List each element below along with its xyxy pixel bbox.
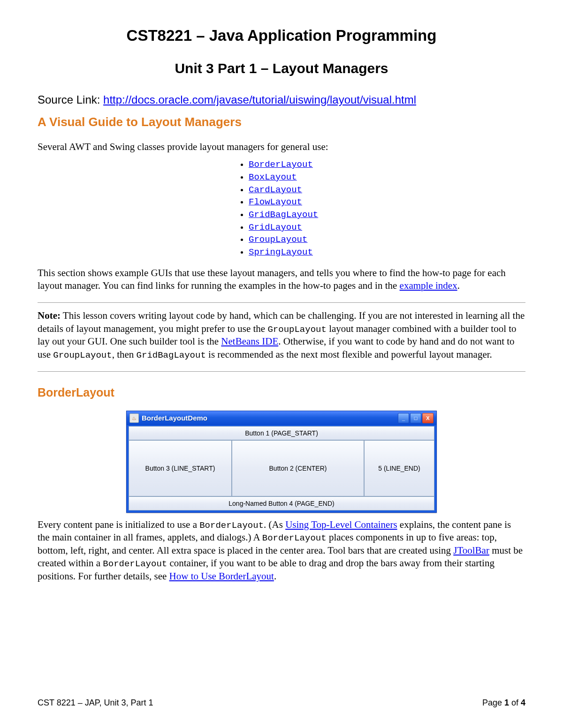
text-span: . xyxy=(274,570,276,582)
list-item: GridBagLayout xyxy=(249,209,525,221)
button-line-end[interactable]: 5 (LINE_END) xyxy=(364,440,434,496)
minimize-button[interactable]: _ xyxy=(398,413,409,423)
maximize-button[interactable]: □ xyxy=(410,413,421,423)
code-grouplayout-1: GroupLayout xyxy=(267,324,326,335)
jtoolbar-link[interactable]: JToolBar xyxy=(453,545,489,556)
page-footer: CST 8221 – JAP, Unit 3, Part 1 Page 1 of… xyxy=(38,698,525,708)
button-page-end[interactable]: Long-Named Button 4 (PAGE_END) xyxy=(129,496,434,510)
example-index-link[interactable]: example index xyxy=(400,280,457,291)
code-gridbaglayout: GridBagLayout xyxy=(137,350,206,360)
borderlayout-row-mid: Button 3 (LINE_START) Button 2 (CENTER) … xyxy=(129,440,434,496)
page-subtitle: Unit 3 Part 1 – Layout Managers xyxy=(38,59,525,77)
layout-link-flowlayout[interactable]: FlowLayout xyxy=(249,197,302,207)
text-span: is recommended as the next most flexible… xyxy=(206,349,492,360)
text-span: , then xyxy=(112,349,137,360)
borderlayout-heading: BorderLayout xyxy=(38,385,525,400)
window-client-area: Button 1 (PAGE_START) Button 3 (LINE_STA… xyxy=(127,425,436,512)
java-icon: ♨ xyxy=(129,413,139,423)
layout-link-grouplayout[interactable]: GroupLayout xyxy=(249,234,307,245)
list-item: BoxLayout xyxy=(249,172,525,183)
list-item: SpringLayout xyxy=(249,247,525,258)
window-controls: _ □ X xyxy=(398,413,434,423)
top-level-containers-link[interactable]: Using Top-Level Containers xyxy=(285,519,397,530)
code-borderlayout-3: BorderLayout xyxy=(103,559,167,569)
note-label: Note: xyxy=(38,310,61,321)
borderlayout-description: Every content pane is initialized to use… xyxy=(38,518,525,583)
code-grouplayout-2: GroupLayout xyxy=(53,350,112,360)
code-borderlayout-2: BorderLayout xyxy=(262,533,327,543)
list-item: BorderLayout xyxy=(249,159,525,171)
page-main-title: CST8221 – Java Application Programming xyxy=(38,26,525,46)
layout-link-cardlayout[interactable]: CardLayout xyxy=(249,185,302,195)
layout-link-boxlayout[interactable]: BoxLayout xyxy=(249,172,297,182)
visual-guide-heading: A Visual Guide to Layout Managers xyxy=(38,114,525,130)
button-center[interactable]: Button 2 (CENTER) xyxy=(232,440,364,496)
text-span: Every content pane is initialized to use… xyxy=(38,519,199,530)
netbeans-ide-link[interactable]: NetBeans IDE xyxy=(221,336,278,347)
divider xyxy=(38,371,525,372)
source-line: Source Link: http://docs.oracle.com/java… xyxy=(38,92,525,107)
layout-link-springlayout[interactable]: SpringLayout xyxy=(249,247,313,257)
visual-guide-para2: This section shows example GUIs that use… xyxy=(38,267,525,293)
borderlayout-demo-figure: ♨ BorderLayoutDemo _ □ X Button 1 (PAGE_… xyxy=(38,411,525,513)
note-paragraph: Note: This lesson covers writing layout … xyxy=(38,309,525,361)
list-item: GridLayout xyxy=(249,222,525,233)
window-title: BorderLayoutDemo xyxy=(142,413,398,423)
layout-link-borderlayout[interactable]: BorderLayout xyxy=(249,159,313,170)
list-item: GroupLayout xyxy=(249,234,525,246)
visual-guide-intro: Several AWT and Swing classes provide la… xyxy=(38,141,525,153)
close-button[interactable]: X xyxy=(422,413,434,423)
howto-borderlayout-link[interactable]: How to Use BorderLayout xyxy=(169,570,274,582)
button-page-start[interactable]: Button 1 (PAGE_START) xyxy=(129,426,434,440)
borderlayout-row-bottom: Long-Named Button 4 (PAGE_END) xyxy=(129,496,434,510)
text-span: . xyxy=(457,280,460,291)
layout-manager-list: BorderLayout BoxLayout CardLayout FlowLa… xyxy=(38,159,525,258)
borderlayout-row-top: Button 1 (PAGE_START) xyxy=(129,426,434,440)
footer-page-total: 4 xyxy=(521,698,525,707)
footer-page-now: 1 xyxy=(504,698,509,707)
code-borderlayout-1: BorderLayout xyxy=(199,520,264,531)
footer-page-label: Page xyxy=(482,698,504,707)
footer-right: Page 1 of 4 xyxy=(482,698,525,708)
layout-link-gridbaglayout[interactable]: GridBagLayout xyxy=(249,210,318,220)
source-label: Source Link: xyxy=(38,93,103,106)
footer-left: CST 8221 – JAP, Unit 3, Part 1 xyxy=(38,698,153,708)
window-titlebar: ♨ BorderLayoutDemo _ □ X xyxy=(127,411,436,425)
footer-page-mid: of xyxy=(509,698,521,707)
button-line-start[interactable]: Button 3 (LINE_START) xyxy=(129,440,232,496)
layout-link-gridlayout[interactable]: GridLayout xyxy=(249,222,302,233)
demo-window: ♨ BorderLayoutDemo _ □ X Button 1 (PAGE_… xyxy=(126,411,437,513)
list-item: CardLayout xyxy=(249,184,525,196)
list-item: FlowLayout xyxy=(249,196,525,208)
divider xyxy=(38,302,525,303)
text-span: . (As xyxy=(264,519,285,530)
source-link[interactable]: http://docs.oracle.com/javase/tutorial/u… xyxy=(103,93,416,106)
